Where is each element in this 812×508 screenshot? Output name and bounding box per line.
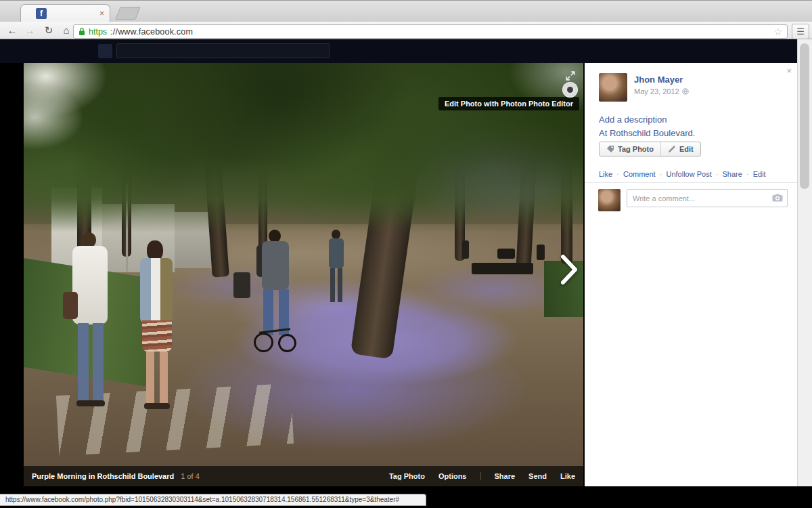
- facebook-header-dimmed: [0, 39, 812, 63]
- tag-icon: [606, 145, 614, 153]
- url-scheme: https: [89, 27, 107, 37]
- author-name-link[interactable]: Jhon Mayer: [634, 75, 689, 85]
- distant-figure: [497, 249, 515, 259]
- pedestrian-woman-striped-skirt: [131, 240, 182, 411]
- comment-input[interactable]: [627, 189, 788, 207]
- facebook-favicon: f: [36, 8, 47, 19]
- send-action[interactable]: Send: [528, 472, 547, 480]
- scrollbar[interactable]: [797, 39, 812, 486]
- distant-figure: [537, 245, 545, 260]
- refresh-button[interactable]: ↻: [41, 23, 57, 38]
- photo-button-group: Tag Photo Edit: [599, 142, 701, 156]
- share-link[interactable]: Share: [723, 170, 742, 178]
- edit-link[interactable]: Edit: [753, 170, 766, 178]
- separator: ·: [616, 170, 619, 178]
- status-bar-url: https://www.facebook.com/photo.php?fbid=…: [0, 494, 426, 506]
- camera-icon[interactable]: [772, 194, 783, 202]
- photo-tree-canopy: [24, 63, 583, 232]
- share-action[interactable]: Share: [495, 472, 516, 480]
- photo-image[interactable]: Edit Photo with Photon Photo Editor: [24, 63, 583, 466]
- photon-editor-button[interactable]: [562, 82, 578, 98]
- bench: [472, 263, 533, 275]
- home-button[interactable]: ⌂: [58, 23, 74, 38]
- photon-tooltip: Edit Photo with Photon Photo Editor: [438, 97, 579, 110]
- browser-window: f × ← → ↻ ⌂ https ://www.facebook.com ☆ …: [0, 0, 812, 508]
- add-description-link[interactable]: Add a description: [599, 113, 695, 127]
- back-button[interactable]: ←: [4, 23, 20, 38]
- unfollow-post-link[interactable]: Unfollow Post: [666, 170, 711, 178]
- address-bar[interactable]: https ://www.facebook.com ☆: [73, 24, 788, 39]
- separator: ·: [746, 170, 749, 178]
- tag-photo-action[interactable]: Tag Photo: [389, 472, 425, 480]
- author-row: Jhon Mayer May 23, 2012: [599, 73, 689, 102]
- post-date: May 23, 2012: [634, 87, 689, 96]
- tab-close-icon[interactable]: ×: [99, 9, 104, 18]
- forward-button[interactable]: →: [22, 23, 38, 38]
- options-action[interactable]: Options: [438, 472, 467, 480]
- pencil-icon: [668, 145, 676, 153]
- photo-position-counter: 1 of 4: [181, 472, 200, 480]
- bookmark-star-icon[interactable]: ☆: [773, 26, 782, 37]
- padlock-icon[interactable]: [78, 27, 85, 36]
- post-action-links: Like · Comment · Unfollow Post · Share ·…: [599, 170, 766, 178]
- photo-info-panel: × Jhon Mayer May 23, 2012 Add a descript…: [585, 63, 797, 486]
- comment-link[interactable]: Comment: [623, 170, 656, 178]
- photo-footer-bar: Purple Morning in Rothschild Boulevard 1…: [24, 466, 583, 486]
- browser-menu-icon[interactable]: ☰: [792, 24, 809, 39]
- pedestrian-man: [324, 230, 348, 305]
- distant-figure: [462, 240, 469, 259]
- scrollbar-thumb[interactable]: [800, 43, 809, 189]
- next-photo-arrow[interactable]: [560, 254, 578, 285]
- tag-photo-button[interactable]: Tag Photo: [600, 142, 660, 156]
- tab-strip: f ×: [0, 0, 812, 22]
- comment-section: [585, 182, 797, 217]
- new-tab-button[interactable]: [115, 7, 141, 20]
- separator: ·: [660, 170, 662, 178]
- expand-icon[interactable]: [566, 71, 575, 81]
- commenter-avatar: [598, 189, 621, 211]
- close-icon[interactable]: ×: [786, 66, 792, 76]
- like-action[interactable]: Like: [560, 472, 575, 480]
- url-text: ://www.facebook.com: [110, 27, 193, 37]
- cyclist: [248, 230, 301, 385]
- footer-divider: [480, 472, 481, 480]
- like-link[interactable]: Like: [599, 170, 612, 178]
- photo-caption: Purple Morning in Rothschild Boulevard: [32, 472, 174, 480]
- facebook-search-dimmed: [116, 43, 330, 58]
- author-avatar[interactable]: [599, 73, 627, 102]
- edit-button[interactable]: Edit: [660, 142, 700, 156]
- description-block: Add a description At Rothschild Boulevar…: [599, 113, 695, 140]
- privacy-globe-icon: [682, 88, 689, 95]
- separator: ·: [716, 170, 719, 178]
- pedestrian-woman-left: [62, 231, 118, 411]
- facebook-logo-dimmed: [98, 44, 112, 58]
- location-link[interactable]: At Rothschild Boulevard.: [599, 127, 695, 140]
- browser-tab-facebook[interactable]: f ×: [20, 4, 110, 22]
- photo-footer-actions: Tag Photo Options Share Send Like: [389, 472, 575, 480]
